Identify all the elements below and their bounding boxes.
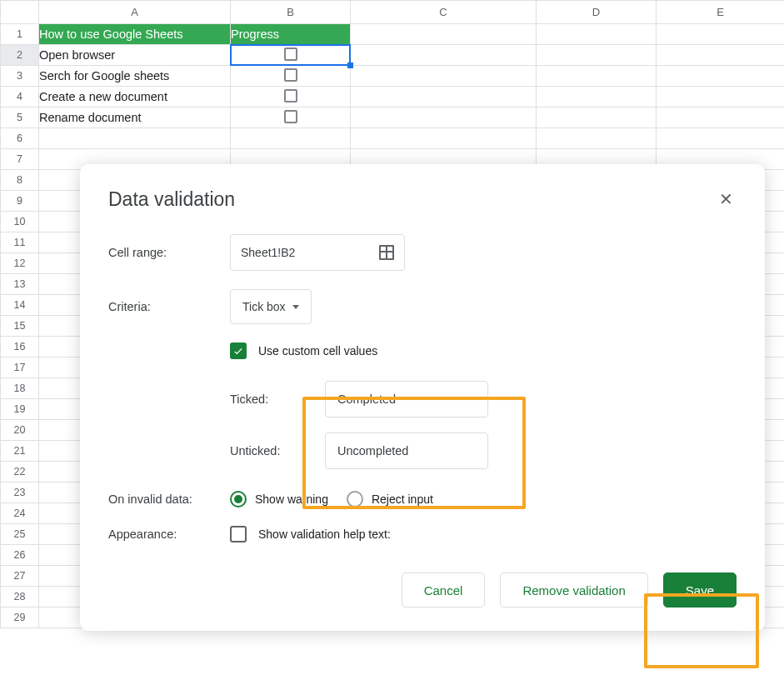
cell[interactable] xyxy=(657,24,785,45)
cancel-button[interactable]: Cancel xyxy=(402,572,486,608)
col-header-d[interactable]: D xyxy=(537,1,657,24)
select-all-corner[interactable] xyxy=(1,1,39,24)
cell[interactable] xyxy=(537,87,657,108)
grid-select-icon[interactable] xyxy=(379,245,394,260)
cell[interactable] xyxy=(537,45,657,66)
ticked-label: Ticked: xyxy=(230,392,325,406)
dialog-title: Data validation xyxy=(108,188,235,211)
use-custom-values-checkbox[interactable] xyxy=(230,342,247,359)
row-header[interactable]: 23 xyxy=(1,482,39,503)
cell[interactable] xyxy=(351,87,537,108)
col-header-c[interactable]: C xyxy=(351,1,537,24)
unticked-label: Unticked: xyxy=(230,444,325,458)
row-header[interactable]: 5 xyxy=(1,108,39,128)
cell[interactable] xyxy=(537,128,657,149)
row-header[interactable]: 4 xyxy=(1,87,39,108)
row-header[interactable]: 10 xyxy=(1,212,39,232)
help-text-label: Show validation help text: xyxy=(258,528,391,541)
show-warning-text: Show warning xyxy=(255,492,328,506)
row-header[interactable]: 16 xyxy=(1,337,39,358)
row-header[interactable]: 9 xyxy=(1,191,39,212)
row-header[interactable]: 7 xyxy=(1,149,39,170)
cell-range-label: Cell range: xyxy=(108,246,230,259)
cell[interactable] xyxy=(351,66,537,87)
cell-b1[interactable]: Progress xyxy=(231,24,351,45)
row-header[interactable]: 15 xyxy=(1,316,39,337)
checkbox-icon[interactable] xyxy=(284,48,297,61)
cell[interactable] xyxy=(657,128,785,149)
cell-range-value: Sheet1!B2 xyxy=(241,246,295,259)
reject-input-text: Reject input xyxy=(372,492,433,506)
save-button[interactable]: Save xyxy=(663,572,737,608)
invalid-data-label: On invalid data: xyxy=(108,492,230,506)
cell[interactable] xyxy=(231,128,351,149)
row-header[interactable]: 26 xyxy=(1,545,39,566)
row-header[interactable]: 12 xyxy=(1,253,39,274)
cell-a3[interactable]: Serch for Google sheets xyxy=(39,66,231,87)
cell[interactable] xyxy=(537,108,657,128)
cell-a2[interactable]: Open browser xyxy=(39,45,231,66)
cell-b5[interactable] xyxy=(231,108,351,128)
row-header[interactable]: 19 xyxy=(1,399,39,420)
row-header[interactable]: 28 xyxy=(1,587,39,608)
radio-selected-icon xyxy=(230,491,247,508)
row-header[interactable]: 8 xyxy=(1,170,39,191)
cell[interactable] xyxy=(657,45,785,66)
reject-input-radio[interactable]: Reject input xyxy=(347,491,433,508)
criteria-label: Criteria: xyxy=(108,300,230,313)
row-header[interactable]: 14 xyxy=(1,295,39,316)
col-header-b[interactable]: B xyxy=(231,1,351,24)
cell[interactable] xyxy=(351,45,537,66)
row-header[interactable]: 20 xyxy=(1,420,39,441)
row-header[interactable]: 17 xyxy=(1,358,39,378)
cell[interactable] xyxy=(657,108,785,128)
row-header[interactable]: 27 xyxy=(1,566,39,587)
criteria-value: Tick box xyxy=(242,300,286,313)
chevron-down-icon xyxy=(292,305,299,309)
close-icon[interactable]: ✕ xyxy=(716,188,737,211)
cell-a4[interactable]: Create a new document xyxy=(39,87,231,108)
row-header[interactable]: 22 xyxy=(1,462,39,482)
cell-range-input[interactable]: Sheet1!B2 xyxy=(230,234,405,271)
row-header[interactable]: 2 xyxy=(1,45,39,66)
row-header[interactable]: 1 xyxy=(1,24,39,45)
unticked-input[interactable] xyxy=(325,432,488,469)
checkbox-icon[interactable] xyxy=(284,110,297,123)
cell-b4[interactable] xyxy=(231,87,351,108)
cell-b2-selected[interactable] xyxy=(231,45,351,66)
cell-a5[interactable]: Rename document xyxy=(39,108,231,128)
help-text-checkbox[interactable] xyxy=(230,526,247,542)
criteria-dropdown[interactable]: Tick box xyxy=(230,289,312,324)
radio-unselected-icon xyxy=(347,491,363,508)
cell-b3[interactable] xyxy=(231,66,351,87)
cell[interactable] xyxy=(657,66,785,87)
remove-validation-button[interactable]: Remove validation xyxy=(500,572,647,608)
row-header[interactable]: 24 xyxy=(1,503,39,524)
ticked-input[interactable] xyxy=(325,381,488,418)
row-header[interactable]: 18 xyxy=(1,378,39,399)
cell[interactable] xyxy=(39,128,231,149)
cell[interactable] xyxy=(351,108,537,128)
col-header-e[interactable]: E xyxy=(657,1,785,24)
row-header[interactable]: 21 xyxy=(1,441,39,462)
appearance-label: Appearance: xyxy=(108,528,230,541)
checkbox-icon[interactable] xyxy=(284,68,297,82)
cell[interactable] xyxy=(351,24,537,45)
row-header[interactable]: 6 xyxy=(1,128,39,149)
cell[interactable] xyxy=(351,128,537,149)
data-validation-dialog: Data validation ✕ Cell range: Sheet1!B2 … xyxy=(80,164,765,631)
row-header[interactable]: 25 xyxy=(1,524,39,545)
row-header[interactable]: 3 xyxy=(1,66,39,87)
use-custom-values-label: Use custom cell values xyxy=(258,344,377,358)
show-warning-radio[interactable]: Show warning xyxy=(230,491,328,508)
row-header[interactable]: 29 xyxy=(1,608,39,628)
cell[interactable] xyxy=(537,24,657,45)
cell[interactable] xyxy=(537,66,657,87)
fill-handle[interactable] xyxy=(347,62,353,68)
row-header[interactable]: 13 xyxy=(1,274,39,295)
cell-a1[interactable]: How to use Google Sheets xyxy=(39,24,231,45)
row-header[interactable]: 11 xyxy=(1,232,39,253)
col-header-a[interactable]: A xyxy=(39,1,231,24)
cell[interactable] xyxy=(657,87,785,108)
checkbox-icon[interactable] xyxy=(284,89,297,102)
